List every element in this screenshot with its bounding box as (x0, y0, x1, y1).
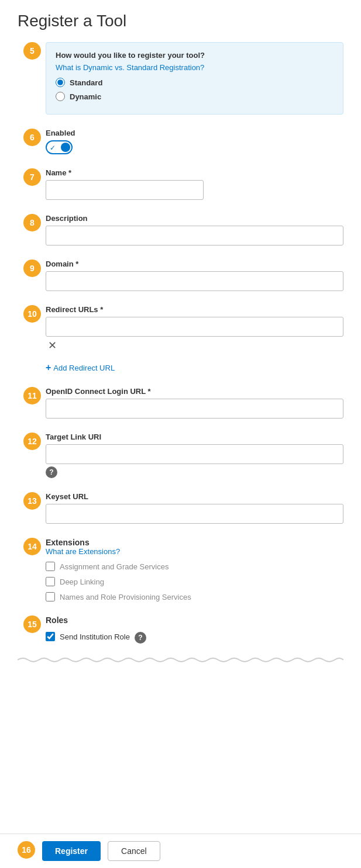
nrps-label: Names and Role Provisioning Services (60, 593, 191, 601)
add-redirect-label: Add Redirect URL (53, 364, 115, 372)
checkbox-ags[interactable]: Assignment and Grade Services (46, 562, 343, 571)
step-badge-6: 6 (23, 129, 41, 146)
toggle-slider: ✓ (46, 140, 73, 154)
target-link-help-icon[interactable]: ? (46, 466, 57, 478)
openid-input[interactable] (46, 399, 343, 419)
radio-dynamic-label: Dynamic (70, 92, 101, 101)
enabled-toggle[interactable]: ✓ (46, 140, 73, 154)
dl-checkbox[interactable] (46, 577, 55, 586)
keyset-field: Keyset URL (46, 492, 343, 524)
roles-heading: Roles (46, 615, 68, 625)
keyset-input[interactable] (46, 504, 343, 524)
send-institution-checkbox[interactable] (46, 632, 55, 641)
step-badge-13: 13 (23, 492, 41, 510)
reg-question: How would you like to register your tool… (56, 51, 334, 60)
roles-help-icon[interactable]: ? (135, 632, 146, 644)
step-badge-15: 15 (23, 615, 41, 633)
step-badge-14: 14 (23, 538, 41, 555)
redirect-url-row (46, 317, 343, 337)
checkbox-dl[interactable]: Deep Linking (46, 577, 343, 586)
nrps-checkbox[interactable] (46, 592, 55, 601)
radio-dynamic[interactable]: Dynamic (56, 92, 334, 101)
redirect-urls-field: Redirect URLs * ✕ + Add Redirect URL (46, 305, 343, 373)
radio-dynamic-input[interactable] (56, 92, 65, 101)
radio-standard-label: Standard (70, 78, 102, 87)
roles-section: Roles Send Institution Role ? (46, 615, 343, 644)
name-field: Name * (46, 168, 343, 200)
domain-input[interactable] (46, 271, 343, 291)
redirect-urls-label: Redirect URLs * (46, 305, 343, 314)
step-badge-9: 9 (23, 260, 41, 277)
radio-standard[interactable]: Standard (56, 78, 334, 87)
enabled-toggle-container: ✓ (46, 140, 343, 154)
dynamic-vs-standard-link[interactable]: What is Dynamic vs. Standard Registratio… (56, 63, 334, 72)
extensions-section: Extensions What are Extensions? Assignme… (46, 538, 343, 601)
domain-label: Domain * (46, 260, 343, 268)
page-title: Register a Tool (18, 12, 343, 30)
send-institution-label: Send Institution Role (60, 632, 130, 641)
checkmark-icon: ✓ (50, 144, 56, 152)
openid-label: OpenID Connect Login URL * (46, 387, 343, 396)
extensions-heading: Extensions (46, 538, 90, 547)
squiggly-decoration (18, 655, 343, 665)
enabled-field: Enabled ✓ (46, 129, 343, 154)
cancel-button[interactable]: Cancel (108, 841, 160, 861)
extensions-link[interactable]: What are Extensions? (46, 547, 343, 556)
description-field: Description (46, 214, 343, 245)
name-input[interactable] (46, 180, 204, 200)
ags-label: Assignment and Grade Services (60, 562, 169, 571)
step-badge-12: 12 (23, 433, 41, 450)
target-link-label: Target Link URI (46, 433, 343, 441)
description-label: Description (46, 214, 343, 223)
step-badge-7: 7 (23, 168, 41, 186)
remove-redirect-icon[interactable]: ✕ (48, 340, 57, 351)
description-input[interactable] (46, 226, 343, 245)
add-redirect-button[interactable]: + Add Redirect URL (46, 362, 115, 373)
checkbox-nrps[interactable]: Names and Role Provisioning Services (46, 592, 343, 601)
registration-type-box: How would you like to register your tool… (46, 42, 343, 115)
step-badge-11: 11 (23, 387, 41, 404)
domain-field: Domain * (46, 260, 343, 291)
step-badge-10: 10 (23, 305, 41, 323)
register-button[interactable]: Register (42, 841, 101, 861)
send-institution-role-row: Send Institution Role ? (46, 630, 343, 644)
dl-label: Deep Linking (60, 577, 104, 586)
plus-icon: + (46, 362, 51, 373)
enabled-label: Enabled (46, 129, 343, 137)
target-link-input[interactable] (46, 444, 343, 464)
openid-field: OpenID Connect Login URL * (46, 387, 343, 419)
name-label: Name * (46, 168, 343, 177)
radio-standard-input[interactable] (56, 78, 65, 87)
footer-bar: 16 Register Cancel (0, 834, 361, 868)
keyset-label: Keyset URL (46, 492, 343, 501)
step-badge-5: 5 (23, 42, 41, 60)
redirect-url-input[interactable] (46, 317, 343, 337)
step-badge-16: 16 (18, 841, 35, 859)
ags-checkbox[interactable] (46, 562, 55, 571)
step-badge-8: 8 (23, 214, 41, 231)
target-link-field: Target Link URI ? (46, 433, 343, 478)
